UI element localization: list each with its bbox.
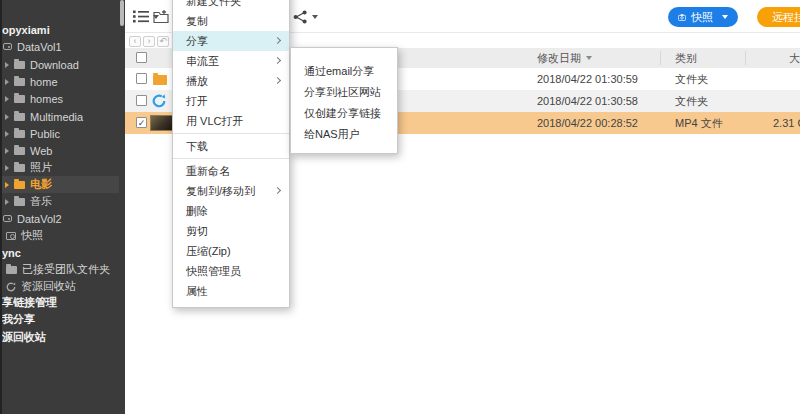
submenu-item-share-via-email[interactable]: 通过email分享	[291, 61, 397, 82]
category-cell: 文件夹	[675, 68, 708, 90]
menu-item-open[interactable]: 打开	[173, 91, 289, 111]
sidebar-item-music[interactable]: 音乐	[2, 193, 119, 210]
folder-icon	[14, 61, 25, 69]
sidebar-item-label: 我分享	[2, 312, 35, 327]
folder-icon	[14, 78, 25, 86]
sidebar-item-label: Multimedia	[30, 111, 83, 123]
menu-item-stream-to[interactable]: 串流至	[173, 51, 289, 71]
forward-button[interactable]: ›	[143, 36, 155, 47]
sidebar-item-label: 电影	[30, 177, 52, 192]
menu-separator	[173, 158, 289, 159]
back-button[interactable]: ‹	[129, 36, 141, 47]
sidebar-item-label: 源回收站	[2, 330, 46, 345]
menu-item-copy[interactable]: 复制	[173, 11, 289, 31]
expand-caret-icon[interactable]	[5, 165, 9, 171]
sidebar-item-label: DataVol1	[17, 41, 62, 53]
sidebar-item-datavol2[interactable]: DataVol2	[2, 210, 119, 227]
sidebar-item-label: DataVol2	[17, 213, 62, 225]
sidebar-item-label: Download	[30, 59, 79, 71]
sidebar-item-photos[interactable]: 照片	[2, 159, 119, 176]
sidebar-item-nas-root[interactable]: opyxiami	[2, 21, 119, 38]
expand-caret-icon[interactable]	[5, 131, 9, 137]
sidebar-item-datavol1[interactable]: DataVol1	[2, 38, 119, 55]
folder-icon	[14, 130, 25, 138]
expand-caret-icon[interactable]	[5, 79, 9, 85]
column-header-category[interactable]: 类别	[675, 48, 697, 68]
sidebar-item-qsync[interactable]: ync	[2, 244, 119, 261]
create-folder-button[interactable]	[153, 9, 169, 23]
sidebar-item-network-recycle-bin[interactable]: 源回收站	[2, 329, 119, 346]
sidebar-item-label: Web	[30, 145, 52, 157]
sidebar-item-label: ync	[2, 247, 21, 259]
sidebar-item-download[interactable]: Download	[2, 56, 119, 73]
menu-item-snapshot-manager[interactable]: 快照管理员	[173, 261, 289, 281]
snapshot-button-label: 快照	[691, 10, 713, 25]
chevron-down-icon	[722, 15, 728, 19]
expand-caret-icon[interactable]	[5, 199, 9, 205]
sidebar-item-shared-with-me[interactable]: 我分享	[2, 311, 119, 328]
sidebar-item-label: 音乐	[30, 194, 52, 209]
expand-caret-icon[interactable]	[5, 114, 9, 120]
menu-item-rename[interactable]: 重新命名	[173, 161, 289, 181]
menu-item-properties[interactable]: 属性	[173, 281, 289, 301]
menu-item-download[interactable]: 下载	[173, 136, 289, 156]
column-header-size[interactable]: 大小	[789, 48, 800, 68]
sidebar-item-label: 资源回收站	[21, 279, 76, 294]
sidebar-item-multimedia[interactable]: Multimedia	[2, 108, 119, 125]
sidebar-item-public[interactable]: Public	[2, 125, 119, 142]
column-header-modified[interactable]: 修改日期	[537, 48, 592, 68]
sidebar-item-snapshot[interactable]: 快照	[2, 227, 119, 244]
column-divider[interactable]	[660, 51, 661, 65]
menu-item-compress-zip[interactable]: 压缩(Zip)	[173, 241, 289, 261]
expand-caret-icon[interactable]	[5, 62, 9, 68]
menu-item-share[interactable]: 分享	[173, 31, 289, 51]
expand-caret-icon[interactable]	[5, 182, 9, 188]
sidebar-scrollbar[interactable]	[120, 0, 124, 26]
sidebar-item-home[interactable]: home	[2, 73, 119, 90]
sidebar-item-movies[interactable]: 电影	[2, 176, 119, 193]
menu-item-open-with-vlc[interactable]: 用 VLC打开	[173, 111, 289, 131]
sidebar-item-label: homes	[30, 93, 63, 105]
submenu-item-create-share-link[interactable]: 仅创建分享链接	[291, 103, 397, 124]
column-divider[interactable]	[745, 51, 746, 65]
submenu-item-share-to-social[interactable]: 分享到社区网站	[291, 82, 397, 103]
expand-caret-icon[interactable]	[5, 96, 9, 102]
new-folder-icon	[153, 9, 169, 23]
modified-cell: 2018/04/22 00:28:52	[537, 112, 638, 134]
menu-separator	[173, 133, 289, 134]
sidebar-item-label: home	[30, 76, 58, 88]
modified-cell: 2018/04/22 01:30:59	[537, 68, 638, 90]
team-folder-icon	[6, 266, 17, 274]
menu-item-new-folder[interactable]: 新建文件夹	[173, 0, 289, 11]
snapshot-button[interactable]: 快照	[668, 7, 738, 27]
sidebar-item-team-folders[interactable]: 已接受团队文件夹	[2, 261, 119, 278]
menu-item-delete[interactable]: 删除	[173, 201, 289, 221]
sidebar-item-recycle-bin[interactable]: 资源回收站	[2, 278, 119, 295]
qsync-folder-icon	[152, 94, 166, 108]
sidebar-item-share-link-manager[interactable]: 享链接管理	[2, 294, 119, 311]
remote-mount-button[interactable]: 远程挂载	[757, 7, 800, 27]
folder-icon	[153, 75, 167, 85]
file-station-window: opyxiami DataVol1 Download home homes Mu…	[0, 0, 800, 414]
menu-item-copy-move-to[interactable]: 复制到/移动到	[173, 181, 289, 201]
remote-mount-button-label: 远程挂载	[772, 10, 800, 25]
row-checkbox[interactable]	[136, 95, 147, 106]
sidebar-item-label: 享链接管理	[2, 295, 57, 310]
category-cell: 文件夹	[675, 90, 708, 112]
list-view-icon	[133, 10, 149, 23]
row-checkbox-checked[interactable]: ✓	[136, 117, 147, 128]
menu-item-play[interactable]: 播放	[173, 71, 289, 91]
submenu-item-share-to-nas-user[interactable]: 给NAS用户	[291, 124, 397, 145]
select-all-checkbox[interactable]	[136, 52, 147, 63]
video-thumbnail	[150, 115, 173, 131]
sidebar-item-homes[interactable]: homes	[2, 90, 119, 107]
category-cell: MP4 文件	[675, 112, 723, 134]
share-button[interactable]	[293, 10, 318, 24]
sidebar-item-label: opyxiami	[2, 24, 50, 36]
sidebar-item-web[interactable]: Web	[2, 142, 119, 159]
expand-caret-icon[interactable]	[5, 148, 9, 154]
row-checkbox[interactable]	[136, 73, 147, 84]
menu-item-cut[interactable]: 剪切	[173, 221, 289, 241]
up-button[interactable]: ↶	[157, 36, 169, 47]
recycle-icon	[6, 282, 16, 292]
